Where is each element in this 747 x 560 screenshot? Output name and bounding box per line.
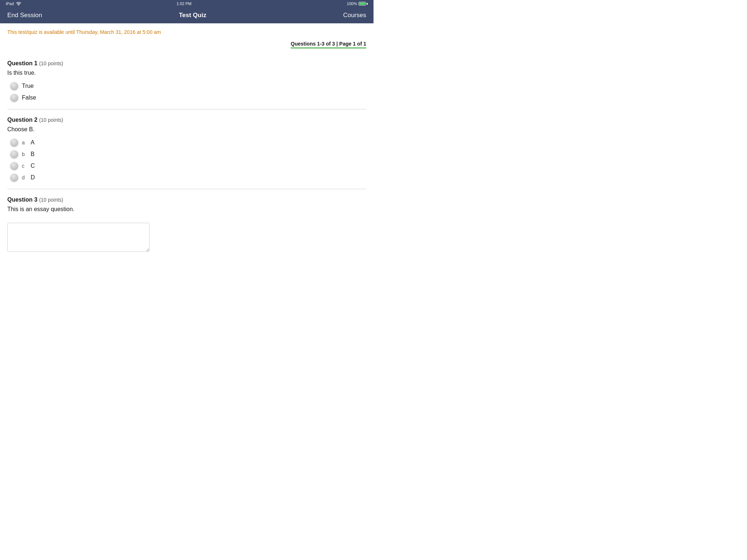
question-3-block: Question 3 (10 points) This is an essay …	[7, 189, 366, 261]
question-2-header: Question 2 (10 points)	[7, 117, 366, 123]
q2-b-label: B	[31, 151, 35, 158]
q2-a-label: A	[31, 139, 35, 146]
q2-b-radio[interactable]	[10, 150, 18, 158]
q2-b-letter: b	[22, 151, 27, 157]
wifi-icon	[16, 2, 21, 5]
device-label: iPad	[6, 1, 14, 6]
question-2-text: Choose B.	[7, 126, 366, 133]
question-3-number: Question 3	[7, 197, 38, 203]
question-1-number: Question 1	[7, 60, 38, 66]
status-bar: iPad 1:02 PM 100%	[0, 0, 374, 7]
q2-d-radio[interactable]	[10, 174, 18, 182]
battery-icon	[359, 2, 368, 5]
question-1-block: Question 1 (10 points) Is this true. Tru…	[7, 53, 366, 109]
battery-body	[359, 2, 366, 5]
question-2-number: Question 2	[7, 117, 38, 123]
pagination-info: Questions 1-3 of 3 | Page 1 of 1	[291, 41, 366, 48]
pagination-row: Questions 1-3 of 3 | Page 1 of 1	[7, 41, 366, 48]
question-3-text: This is an essay question.	[7, 206, 366, 213]
q2-c-letter: c	[22, 163, 27, 169]
question-2-points: (10 points)	[39, 117, 63, 123]
question-1-text: Is this true.	[7, 70, 366, 76]
q1-false-label: False	[22, 94, 36, 101]
main-content: This test/quiz is available until Thursd…	[0, 23, 374, 267]
question-2-options: a A b B c C d D	[7, 139, 366, 182]
q2-d-letter: d	[22, 175, 27, 180]
question-2-block: Question 2 (10 points) Choose B. a A b B…	[7, 109, 366, 189]
status-bar-time: 1:02 PM	[177, 1, 191, 6]
availability-notice: This test/quiz is available until Thursd…	[7, 29, 366, 35]
pagination-text: Questions 1-3 of 3 | Page 1 of 1	[291, 41, 366, 47]
list-item: c C	[10, 162, 366, 170]
list-item: d D	[10, 174, 366, 182]
courses-button[interactable]: Courses	[343, 10, 366, 20]
q2-d-label: D	[31, 174, 35, 181]
question-1-options: True False	[7, 82, 366, 102]
status-bar-left: iPad	[6, 1, 21, 6]
nav-bar-title: Test Quiz	[179, 12, 206, 19]
list-item: a A	[10, 139, 366, 147]
battery-fill	[359, 3, 365, 5]
q1-true-label: True	[22, 83, 34, 89]
q2-a-letter: a	[22, 140, 27, 145]
nav-bar: End Session Test Quiz Courses	[0, 7, 374, 23]
question-3-header: Question 3 (10 points)	[7, 197, 366, 203]
svg-point-0	[18, 5, 19, 5]
pagination-bar	[291, 47, 366, 48]
q2-a-radio[interactable]	[10, 139, 18, 147]
essay-answer-input[interactable]	[7, 223, 150, 252]
q1-false-radio[interactable]	[10, 94, 18, 102]
end-session-button[interactable]: End Session	[7, 10, 42, 20]
battery-percent: 100%	[347, 1, 357, 6]
q2-c-label: C	[31, 163, 35, 169]
list-item: True	[10, 82, 366, 90]
list-item: b B	[10, 150, 366, 158]
question-1-points: (10 points)	[39, 61, 63, 66]
question-1-header: Question 1 (10 points)	[7, 60, 366, 67]
q2-c-radio[interactable]	[10, 162, 18, 170]
question-3-points: (10 points)	[39, 197, 63, 203]
list-item: False	[10, 94, 366, 102]
battery-tip	[367, 3, 368, 5]
status-bar-right: 100%	[347, 1, 368, 6]
q1-true-radio[interactable]	[10, 82, 18, 90]
